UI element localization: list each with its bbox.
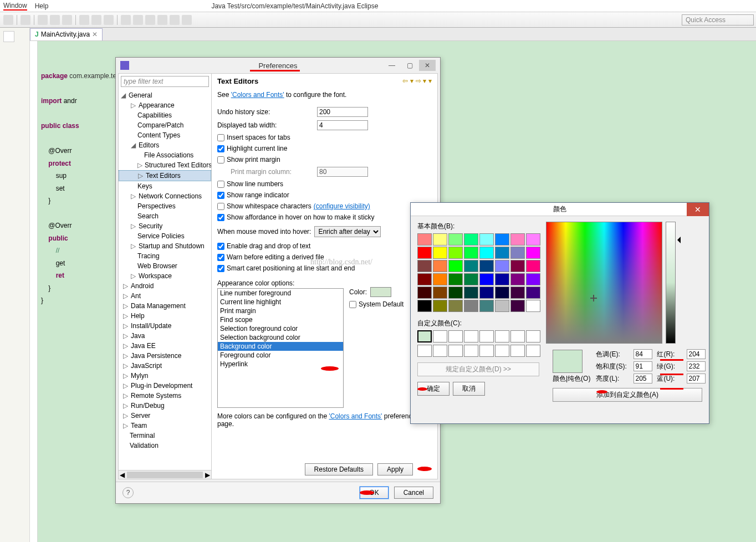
highlight-line-check[interactable] — [217, 145, 224, 152]
tb-icon[interactable] — [145, 15, 155, 25]
palette-cell[interactable] — [433, 260, 447, 272]
define-custom-button[interactable]: 规定自定义颜色(D) >> — [417, 362, 539, 376]
menu-help[interactable]: Help — [35, 2, 49, 10]
palette-cell[interactable] — [510, 247, 525, 259]
menu-window[interactable]: Window — [3, 2, 27, 11]
smart-caret-check[interactable] — [217, 265, 224, 272]
tb-icon[interactable] — [21, 15, 30, 25]
red-input[interactable] — [687, 349, 706, 359]
color-swatch-button[interactable] — [370, 287, 391, 297]
minimize-button[interactable]: — — [384, 60, 400, 71]
hover-select[interactable]: Enrich after delay — [314, 226, 381, 237]
palette-cell[interactable] — [448, 273, 463, 285]
palette-cell[interactable] — [495, 300, 509, 312]
color-gradient[interactable] — [546, 222, 662, 344]
palette-cell[interactable] — [510, 233, 525, 246]
insert-spaces-check[interactable] — [217, 134, 224, 141]
quick-access-input[interactable]: Quick Access — [682, 14, 754, 25]
green-input[interactable] — [687, 361, 706, 371]
palette-cell[interactable] — [417, 233, 432, 246]
palette-cell[interactable] — [448, 260, 463, 272]
palette-cell[interactable] — [433, 300, 447, 312]
palette-cell[interactable] — [464, 273, 478, 285]
palette-cell[interactable] — [526, 287, 540, 299]
colors-fonts-link-2[interactable]: 'Colors and Fonts' — [329, 412, 382, 420]
whitespace-check[interactable] — [217, 203, 224, 210]
sat-input[interactable] — [634, 361, 652, 371]
palette-cell[interactable] — [448, 233, 463, 246]
show-margin-check[interactable] — [217, 156, 224, 163]
palette-cell[interactable] — [479, 260, 494, 272]
tb-icon[interactable] — [182, 15, 192, 25]
lum-input[interactable] — [634, 374, 652, 384]
palette-cell[interactable] — [464, 260, 478, 272]
palette-cell[interactable] — [464, 233, 478, 246]
affordance-check[interactable] — [217, 214, 224, 221]
apply-button[interactable]: Apply — [377, 463, 413, 475]
luminance-bar[interactable] — [666, 222, 676, 344]
palette-cell[interactable] — [510, 287, 525, 299]
palette-cell[interactable] — [448, 247, 463, 259]
palette-cell[interactable] — [479, 247, 494, 259]
range-check[interactable] — [217, 192, 224, 199]
tb-icon[interactable] — [79, 15, 89, 25]
palette-cell[interactable] — [479, 233, 494, 246]
tb-icon[interactable] — [3, 15, 13, 25]
color-option[interactable]: Find scope — [218, 315, 343, 324]
cancel-button[interactable]: Cancel — [394, 487, 433, 499]
custom-palette[interactable] — [417, 330, 540, 342]
tb-icon[interactable] — [38, 15, 48, 25]
palette-cell[interactable] — [495, 233, 509, 246]
palette-cell[interactable] — [510, 273, 525, 285]
tb-icon[interactable] — [170, 15, 180, 25]
tb-icon[interactable] — [50, 15, 60, 25]
palette-cell[interactable] — [510, 260, 525, 272]
palette-cell[interactable] — [433, 247, 447, 259]
colors-fonts-link[interactable]: 'Colors and Fonts' — [231, 91, 284, 99]
blue-input[interactable] — [687, 374, 706, 384]
palette-cell[interactable] — [495, 287, 509, 299]
tb-icon[interactable] — [91, 15, 101, 25]
color-option[interactable]: Print margin — [218, 306, 343, 315]
color-option[interactable]: Selection background color — [218, 333, 343, 342]
palette-cell[interactable] — [448, 287, 463, 299]
maximize-button[interactable]: ▢ — [401, 60, 418, 71]
color-close-button[interactable]: ✕ — [687, 203, 709, 216]
palette-cell[interactable] — [433, 287, 447, 299]
palette-cell[interactable] — [510, 300, 525, 312]
dnd-check[interactable] — [217, 243, 224, 250]
filter-input[interactable]: type filter text — [121, 76, 209, 87]
tb-icon[interactable] — [121, 15, 131, 25]
tabw-input[interactable] — [317, 120, 368, 130]
palette-cell[interactable] — [526, 300, 540, 312]
palette-cell[interactable] — [464, 247, 478, 259]
hue-input[interactable] — [634, 349, 652, 359]
palette-cell[interactable] — [479, 273, 494, 285]
palette-cell[interactable] — [464, 300, 478, 312]
linenum-check[interactable] — [217, 181, 224, 188]
basic-palette[interactable] — [417, 233, 540, 312]
palette-cell[interactable] — [417, 273, 432, 285]
tree-scrollbar[interactable]: ◀▶ — [119, 470, 211, 479]
close-icon[interactable]: ✕ — [92, 30, 98, 38]
color-option[interactable]: Line number foreground — [218, 289, 343, 298]
add-custom-button[interactable]: 添加到自定义颜色(A) — [553, 388, 702, 402]
color-option[interactable]: Current line highlight — [218, 298, 343, 306]
undo-input[interactable] — [317, 107, 368, 117]
palette-cell[interactable] — [417, 260, 432, 272]
palette-cell[interactable] — [495, 260, 509, 272]
conf-vis-link[interactable]: (configure visibility) — [314, 202, 370, 210]
restore-defaults-button[interactable]: Restore Defaults — [305, 463, 373, 475]
tb-icon[interactable] — [133, 15, 143, 25]
palette-cell[interactable] — [417, 287, 432, 299]
palette-cell[interactable] — [479, 300, 494, 312]
view-icon[interactable] — [3, 31, 14, 42]
warn-derived-check[interactable] — [217, 254, 224, 261]
palette-cell[interactable] — [526, 260, 540, 272]
palette-cell[interactable] — [417, 247, 432, 259]
sys-default-check[interactable] — [349, 301, 356, 308]
close-button[interactable]: ✕ — [419, 60, 436, 71]
color-cancel-button[interactable]: 取消 — [453, 382, 485, 396]
custom-palette-2[interactable] — [417, 345, 540, 357]
tb-icon[interactable] — [157, 15, 167, 25]
